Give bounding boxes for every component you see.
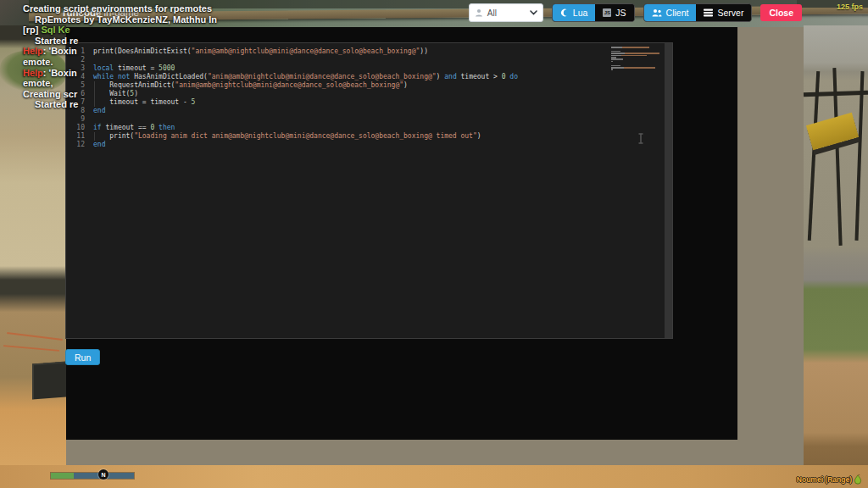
- server-watermark: Noumei (Range): [797, 474, 862, 485]
- line-number: 10: [66, 124, 85, 132]
- chat-log: Creating script environments for rpemote…: [0, 3, 217, 110]
- panel-toolbar: All Lua JS JS: [469, 3, 802, 22]
- game-screen: Creating script environments for rpemote…: [0, 0, 868, 488]
- server-button-label: Server: [717, 8, 743, 18]
- fps-counter: 125 fps: [837, 3, 863, 11]
- server-icon: [704, 8, 713, 17]
- client-button-label: Client: [666, 8, 689, 18]
- code-line: 10if timeout == 0 then: [66, 124, 660, 132]
- lua-button-label: Lua: [573, 8, 588, 18]
- js-button[interactable]: JS JS: [595, 4, 633, 21]
- watermark-text: Noumei (Range): [797, 475, 852, 484]
- code-line: 11 print("Loading anim dict anim@amb@nig…: [66, 132, 660, 141]
- background-crate: [32, 362, 66, 400]
- chat-message: Started re: [35, 99, 217, 110]
- chat-message: Help: 'Boxin: [23, 46, 217, 57]
- resource-filter-value: All: [487, 8, 526, 18]
- line-number: 12: [66, 141, 85, 149]
- pear-icon: [854, 474, 862, 485]
- run-button[interactable]: Run: [65, 349, 100, 365]
- editor-scrollbar[interactable]: [665, 43, 672, 338]
- js-button-label: JS: [615, 8, 626, 18]
- server-button[interactable]: Server: [696, 4, 751, 21]
- chat-message: Creating scr: [23, 89, 217, 100]
- code-line: 12end: [66, 141, 660, 149]
- target-toggle-group: Client Server: [643, 3, 753, 22]
- client-button[interactable]: Client: [644, 4, 697, 21]
- chat-message: RpEmotes by TayMcKenzieNZ, Mathhu In: [35, 14, 217, 25]
- close-button[interactable]: Close: [760, 4, 802, 21]
- chat-message: emote.: [23, 57, 217, 68]
- resource-filter-dropdown[interactable]: All: [469, 3, 543, 22]
- chevron-down-icon: [530, 10, 537, 15]
- chat-message: Help: 'Boxin: [23, 68, 217, 79]
- js-icon: JS: [603, 8, 611, 17]
- compass-north-indicator: N: [98, 469, 108, 480]
- health-bar-fill: [51, 473, 74, 479]
- chat-message: emote,: [23, 78, 217, 89]
- chat-message: Creating script environments for rpemote…: [23, 3, 217, 14]
- user-icon: [475, 8, 483, 17]
- chat-message: Started re: [35, 36, 217, 47]
- line-number: 9: [66, 115, 85, 124]
- text-cursor: [637, 133, 644, 144]
- health-armor-bar: N: [51, 473, 134, 479]
- code-line: 9: [66, 115, 660, 124]
- language-toggle-group: Lua JS JS: [552, 3, 635, 22]
- people-icon: [652, 8, 662, 17]
- line-number: 11: [66, 132, 85, 141]
- editor-minimap[interactable]: [611, 47, 662, 71]
- moon-icon: [560, 8, 569, 17]
- lua-button[interactable]: Lua: [553, 4, 596, 21]
- chat-message: [rp] Sql Ke: [23, 25, 217, 36]
